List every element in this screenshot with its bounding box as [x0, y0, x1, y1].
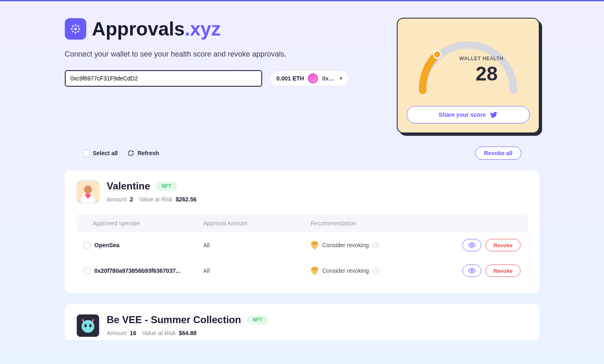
table-header: Approved spender Approval Amount Recomme… [76, 214, 528, 232]
svg-point-11 [84, 186, 92, 194]
refresh-label: Refresh [137, 150, 159, 156]
asset-thumbnail [76, 314, 99, 337]
revoke-button[interactable]: Revoke [486, 265, 520, 277]
nft-badge: NFT [247, 315, 268, 324]
share-score-button[interactable]: Share your score [407, 106, 530, 123]
share-label: Share your score [438, 111, 486, 118]
svg-point-13 [471, 244, 473, 246]
value-at-risk-label: Value at Risk [139, 196, 172, 203]
wallet-health-card: WALLET HEALTH 28 Share your score [397, 18, 540, 133]
row-checkbox[interactable] [84, 242, 90, 248]
svg-point-3 [71, 28, 73, 30]
eye-icon [468, 268, 476, 273]
col-header-recommendation: Recommendation [311, 220, 448, 227]
svg-point-1 [75, 24, 76, 26]
brand-title: Approvals.xyz [92, 18, 221, 40]
refresh-icon [128, 150, 134, 156]
revoke-button[interactable]: Revoke [486, 239, 520, 251]
asset-amount: 16 [130, 330, 137, 336]
revoke-all-button[interactable]: Revoke all [475, 147, 521, 160]
wallet-selector[interactable]: 0.001 ETH 0x… ▼ [270, 71, 349, 86]
twitter-icon [490, 112, 497, 118]
col-header-spender: Approved spender [84, 220, 204, 227]
view-button[interactable] [462, 265, 481, 277]
select-all-label: Select all [93, 150, 118, 156]
nft-badge: NFT [156, 182, 177, 191]
approval-amount: All [204, 242, 311, 248]
svg-point-17 [84, 324, 87, 327]
spender-name: OpenSea [95, 242, 120, 248]
svg-point-0 [74, 28, 77, 30]
view-button[interactable] [462, 239, 481, 251]
svg-point-2 [75, 32, 76, 33]
health-score: 28 [476, 62, 497, 85]
shield-warning-icon [311, 267, 318, 275]
svg-point-18 [89, 324, 91, 327]
eye-icon [468, 243, 476, 248]
shield-warning-icon [311, 241, 318, 249]
brand-suffix: .xyz [185, 18, 220, 40]
col-header-amount: Approval Amount [204, 220, 311, 227]
amount-label: Amount [107, 196, 127, 203]
spender-row: 0x20f780a973856b93f6367037... All Consid… [76, 258, 528, 284]
page-subtitle: Connect your wallet to see your health s… [65, 50, 397, 59]
svg-point-7 [72, 31, 73, 32]
approval-amount: All [204, 267, 311, 274]
svg-point-8 [77, 31, 79, 32]
health-label: WALLET HEALTH [460, 56, 504, 61]
chevron-down-icon: ▼ [339, 76, 343, 81]
wallet-avatar-icon [308, 73, 318, 83]
asset-amount: 2 [130, 196, 133, 203]
svg-point-6 [77, 26, 79, 27]
asset-value-at-risk: $64.88 [179, 330, 197, 336]
health-gauge: WALLET HEALTH 28 [415, 33, 522, 95]
asset-title: Be VEE - Summer Collection [107, 314, 241, 326]
svg-point-14 [471, 270, 473, 272]
brand-main: Approvals [92, 18, 185, 40]
select-all-toggle[interactable]: Select all [83, 150, 118, 156]
amount-label: Amount [107, 330, 127, 336]
asset-thumbnail [76, 180, 99, 203]
value-at-risk-label: Value at Risk [142, 330, 175, 336]
svg-point-4 [78, 28, 80, 30]
wallet-balance: 0.001 ETH [277, 75, 304, 82]
asset-card: Be VEE - Summer Collection NFT Amount 16… [65, 304, 540, 340]
logo-icon [65, 18, 86, 40]
info-icon[interactable]: i [373, 267, 379, 274]
logo: Approvals.xyz [65, 18, 397, 40]
recommendation-text: Consider revoking [322, 242, 369, 248]
spender-row: OpenSea All Consider revoking i Revoke [76, 232, 528, 258]
svg-point-9 [433, 51, 441, 58]
spender-name: 0x20f780a973856b93f6367037... [95, 267, 181, 274]
address-input[interactable] [65, 70, 262, 87]
checkbox-icon [83, 150, 90, 156]
wallet-short-address: 0x… [322, 75, 334, 82]
asset-title: Valentine [107, 180, 150, 192]
recommendation-text: Consider revoking [322, 267, 369, 274]
svg-point-5 [72, 26, 73, 27]
refresh-button[interactable]: Refresh [128, 150, 159, 156]
info-icon[interactable]: i [373, 242, 379, 248]
asset-card: Valentine NFT Amount 2 Value at Risk $26… [65, 170, 540, 293]
asset-value-at-risk: $262.56 [175, 196, 197, 203]
row-checkbox[interactable] [84, 267, 90, 274]
